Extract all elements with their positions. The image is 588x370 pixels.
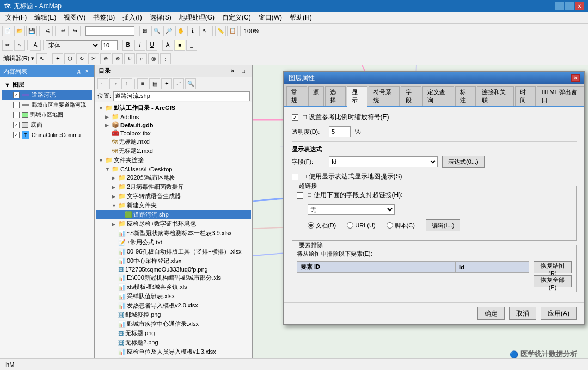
tree-item[interactable]: ▼📁C:\Users\L\Desktop — [96, 165, 251, 173]
tree-item[interactable]: 📝±常用公式.txt — [96, 238, 251, 247]
catalog-up-btn[interactable]: ↑ — [121, 78, 132, 89]
dialog-cancel-btn[interactable]: 取消 — [509, 307, 536, 320]
tree-item[interactable]: 🧰Toolbox.tbx — [96, 129, 251, 137]
tree-item[interactable]: 📊xls模板-鄄城各乡镇.xls — [96, 282, 251, 292]
layer-checkbox-3[interactable] — [13, 122, 20, 128]
menu-file[interactable]: 文件(F) — [2, 12, 30, 23]
menu-geoprocess[interactable]: 地理处理(G) — [176, 12, 218, 23]
catalog-filter-btn[interactable]: ▤ — [149, 78, 160, 89]
menu-edit[interactable]: 编辑(E) — [31, 12, 59, 23]
tree-item[interactable]: 📊采样队值班表.xlsx — [96, 292, 251, 301]
expand-icon[interactable]: ▼ — [112, 203, 117, 208]
tree-item[interactable]: ▼📁默认工作目录 - ArcGIS — [96, 103, 251, 113]
expand-icon[interactable]: ▶ — [112, 175, 117, 181]
catalog-search-btn[interactable]: 🔍 — [185, 78, 196, 89]
dialog-confirm-btn[interactable]: 确定 — [477, 307, 505, 320]
tree-item[interactable]: 🖼无标题2.png — [96, 338, 251, 347]
font-select[interactable]: 宋体 — [46, 40, 100, 50]
toc-item-city-map[interactable]: 鄄城市区地图 — [2, 110, 92, 120]
scale-symbols-checkbox[interactable] — [292, 114, 298, 121]
bold-btn[interactable]: B — [122, 40, 133, 51]
menu-select[interactable]: 选择(S) — [146, 12, 175, 23]
tree-item[interactable]: 🟩道路河流.shp — [96, 210, 251, 219]
tree-item[interactable]: 📊E:\000新冠机构编码-鄄城市部分.xls — [96, 273, 251, 282]
intersect-btn[interactable]: ∩ — [136, 53, 147, 64]
expand-icon[interactable]: ▼ — [99, 106, 104, 111]
line-color-btn[interactable]: _ — [186, 40, 197, 51]
expand-icon[interactable]: ▼ — [105, 166, 111, 172]
layer-checkbox-0[interactable] — [13, 92, 20, 98]
menu-view[interactable]: 视图(V) — [60, 12, 89, 23]
layer-checkbox-1[interactable] — [13, 102, 20, 108]
pan-btn[interactable]: ✋ — [175, 26, 186, 36]
map-canvas[interactable]: S101 G105 跑马镇 张官乡 韩堂乡 尚庄村 中心电站 🔵 医学统计数据分… — [253, 65, 588, 370]
tree-item[interactable]: ▶📁文字转成语音生成器 — [96, 192, 251, 201]
catalog-fwd-btn[interactable]: → — [109, 78, 120, 89]
text-btn[interactable]: A — [30, 40, 41, 51]
tree-item[interactable]: 📊00中心采样登记.xlsx — [96, 256, 251, 266]
transparency-input[interactable] — [329, 126, 351, 137]
toc-item-base[interactable]: 底面 — [2, 120, 92, 130]
expand-icon[interactable]: ▶ — [112, 184, 117, 190]
tab-fields[interactable]: 字段 — [401, 86, 421, 106]
expand-icon[interactable]: ▶ — [105, 122, 111, 128]
tree-item[interactable]: 🗺无标题.mxd — [96, 137, 251, 146]
draw-btn[interactable]: ✏ — [2, 40, 13, 51]
tree-item[interactable]: ▶📁应检尽检+数字证书环境包 — [96, 219, 251, 229]
close-button[interactable]: ✕ — [575, 2, 584, 10]
scale-input[interactable]: 1 : 250,000 — [85, 26, 134, 36]
expand-icon[interactable]: ▶ — [112, 194, 117, 199]
tree-item[interactable]: ▼📁文件夹连接 — [96, 156, 251, 165]
hyperlink-checkbox[interactable] — [297, 192, 303, 199]
layer-checkbox-4[interactable] — [13, 132, 20, 138]
url-radio[interactable]: URL(U) — [347, 222, 375, 229]
expand-icon[interactable]: ▶ — [112, 221, 117, 227]
save-btn[interactable]: 💾 — [26, 26, 37, 36]
tab-labels[interactable]: 标注 — [455, 86, 476, 106]
tree-item[interactable]: 📊应检单位及人员导入模板v1.3.xlsx — [96, 347, 251, 356]
tab-time[interactable]: 时间 — [515, 86, 536, 106]
tree-item[interactable]: 📊发热患者导入模板v2.0.xlsx — [96, 301, 251, 310]
dialog-apply-btn[interactable]: 应用(A) — [541, 307, 577, 320]
reshape-btn[interactable]: ⬡ — [64, 53, 75, 64]
tab-general[interactable]: 常规 — [286, 86, 307, 106]
new-btn[interactable]: 📄 — [2, 26, 13, 36]
expand-icon[interactable]: ▶ — [105, 114, 111, 120]
menu-help[interactable]: 帮助(H) — [286, 12, 315, 23]
zoom-full-btn[interactable]: ⊞ — [139, 26, 150, 36]
layers-expand-icon[interactable]: ▼ — [4, 82, 10, 88]
toc-item-online[interactable]: T ChinaOnlineCommu — [2, 130, 92, 140]
doc-radio-btn[interactable] — [308, 222, 314, 229]
catalog-back-btn[interactable]: ← — [97, 78, 108, 89]
expand-icon[interactable]: ▼ — [99, 158, 104, 163]
restore-graphic-btn[interactable]: 恢复结图(R) — [534, 261, 572, 273]
doc-radio[interactable]: 文档(D) — [308, 221, 336, 230]
catalog-new-btn[interactable]: ✦ — [161, 78, 172, 89]
restore-all-btn[interactable]: 恢复全部(E) — [534, 275, 572, 287]
tree-item[interactable]: 📊鄄城市疾控中心通信录.xlsx — [96, 319, 251, 329]
catalog-view-btn[interactable]: ≡ — [137, 78, 148, 89]
menu-customize[interactable]: 自定义(C) — [219, 12, 254, 23]
toc-item-road-river[interactable]: 道路河流 — [2, 90, 92, 100]
expression-btn[interactable]: 表达式(0...) — [442, 156, 485, 168]
hyperlink-field-select[interactable]: 无 — [308, 204, 395, 215]
tree-item[interactable]: 📊~$新型冠状病毒检测标本一栏表3.9.xlsx — [96, 229, 251, 238]
script-radio-btn[interactable] — [387, 222, 393, 229]
tab-symbology[interactable]: 符号系统 — [369, 86, 400, 106]
edit-tool-btn[interactable]: ↖ — [36, 53, 47, 64]
script-radio[interactable]: 脚本(C) — [387, 221, 415, 230]
redo-btn[interactable]: ↪ — [70, 26, 81, 36]
split-btn[interactable]: ⊗ — [112, 53, 123, 64]
edit-hyperlink-btn[interactable]: 编辑(I...) — [426, 219, 461, 231]
tree-item[interactable]: ▶📦Default.gdb — [96, 121, 251, 129]
identify-btn[interactable]: ℹ — [187, 26, 198, 36]
toc-item-road-city[interactable]: 鄄城市区主要道路河流 — [2, 100, 92, 110]
catalog-float-btn[interactable]: □ — [238, 66, 249, 77]
maximize-button[interactable]: □ — [565, 2, 574, 10]
italic-btn[interactable]: I — [134, 40, 145, 51]
catalog-conn-btn[interactable]: ⇌ — [173, 78, 184, 89]
merge-btn[interactable]: ⊕ — [100, 53, 111, 64]
menu-insert[interactable]: 插入(I) — [119, 12, 145, 23]
menu-window[interactable]: 窗口(W) — [255, 12, 285, 23]
tab-joins[interactable]: 连接和关联 — [477, 86, 514, 106]
